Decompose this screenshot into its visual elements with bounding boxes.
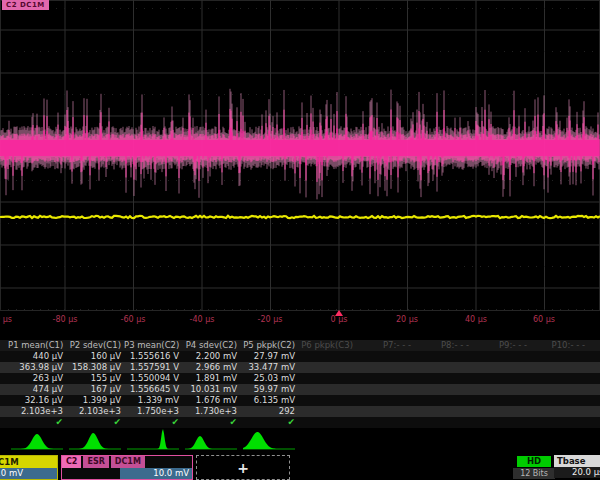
measurement-value: 167 µV — [66, 384, 124, 395]
measurement-value: 1.750e+3 — [124, 406, 182, 417]
c2-badges: C2 ESR DC1M — [62, 456, 192, 468]
c1-coupling-label: DC1M — [0, 456, 57, 468]
c2-coupling-badge: DC1M — [111, 456, 145, 468]
measurement-table: P1 mean(C1)P2 sdev(C1)P3 mean(C2)P4 sdev… — [0, 340, 600, 428]
time-tick-label: 0 µs — [331, 315, 348, 324]
time-tick-label: -100 µs — [0, 315, 12, 324]
measurement-value: 158.308 µV — [66, 362, 124, 373]
measurement-value: 1.556645 V — [124, 384, 182, 395]
histicon-plot — [0, 428, 600, 454]
c2-label-badge: C2 — [62, 456, 81, 468]
measurement-value: 6.135 mV — [240, 395, 298, 406]
measurement-value: 160 µV — [66, 351, 124, 362]
c1-scale-value: 50.0 mV — [0, 468, 57, 479]
descriptor-bar: DC1M 50.0 mV C2 ESR DC1M 10.0 mV + HD 12… — [0, 455, 600, 480]
time-tick-label: -40 µs — [190, 315, 215, 324]
waveform-plot — [0, 0, 600, 312]
measurement-value: 263 µV — [8, 373, 66, 384]
measurement-value: 1.557591 V — [124, 362, 182, 373]
resolution-bits-label: 12 Bits — [513, 468, 555, 479]
channel-c1-descriptor[interactable]: DC1M 50.0 mV — [0, 455, 58, 480]
c2-scale-value: 10.0 mV — [120, 468, 192, 479]
measurement-header[interactable]: P8:- - - — [414, 340, 472, 351]
status-check-icon: ✔ — [182, 417, 240, 428]
status-check-icon: ✔ — [8, 417, 66, 428]
measurement-value: 1.891 mV — [182, 373, 240, 384]
measurement-header[interactable]: P10:- - - — [530, 340, 588, 351]
measurement-value: 2.103e+3 — [66, 406, 124, 417]
measurement-value: 440 µV — [8, 351, 66, 362]
measurement-value: 25.03 mV — [240, 373, 298, 384]
oscilloscope-screen: C2 DC1M -100 µs-80 µs-60 µs-40 µs-20 µs0… — [0, 0, 600, 480]
measurement-value: 1.555616 V — [124, 351, 182, 362]
measurement-header[interactable]: P5 pkpk(C2) — [240, 340, 298, 351]
measurement-status-row: ✔✔✔✔✔ — [0, 417, 600, 428]
measurement-value: 1.399 µV — [66, 395, 124, 406]
time-tick-label: -60 µs — [121, 315, 146, 324]
waveform-grid[interactable]: C2 DC1M — [0, 0, 600, 312]
measurement-row-max: 474 µV167 µV1.556645 V10.031 mV59.97 mV — [0, 384, 600, 395]
time-tick-label: -20 µs — [258, 315, 283, 324]
measurement-value: 33.477 mV — [240, 362, 298, 373]
timebase-value: 20.0 µs — [554, 467, 600, 478]
measurement-value: 1.676 mV — [182, 395, 240, 406]
measurement-header[interactable]: P1 mean(C1) — [8, 340, 66, 351]
measurement-header[interactable]: P3 mean(C2) — [124, 340, 182, 351]
plus-icon: + — [237, 460, 249, 476]
measurement-value: 10.031 mV — [182, 384, 240, 395]
measurement-header[interactable]: P6 pkpk(C3) — [298, 340, 356, 351]
measurement-value: 474 µV — [8, 384, 66, 395]
measurement-value: 59.97 mV — [240, 384, 298, 395]
measurement-value: 1.339 mV — [124, 395, 182, 406]
measurement-value: 292 — [240, 406, 298, 417]
measurement-value: 2.200 mV — [182, 351, 240, 362]
measurement-header[interactable]: P9:- - - — [472, 340, 530, 351]
time-axis: -100 µs-80 µs-60 µs-40 µs-20 µs0 µs20 µs… — [0, 312, 600, 326]
measurement-value: 155 µV — [66, 373, 124, 384]
status-check-icon: ✔ — [240, 417, 298, 428]
measurement-row-mean: 363.98 µV158.308 µV1.557591 V2.966 mV33.… — [0, 362, 600, 373]
measurement-header[interactable]: P7:- - - — [356, 340, 414, 351]
measurement-value: 27.97 mV — [240, 351, 298, 362]
c2-scale-row: 10.0 mV — [62, 468, 192, 479]
time-tick-label: 40 µs — [465, 315, 487, 324]
measurement-value: 2.966 mV — [182, 362, 240, 373]
c2-esr-badge: ESR — [83, 456, 108, 468]
measurement-value: 2.103e+3 — [8, 406, 66, 417]
time-tick-label: -80 µs — [53, 315, 78, 324]
measurement-value: 32.16 µV — [8, 395, 66, 406]
histicon-row[interactable] — [0, 428, 600, 454]
measurement-row-min: 263 µV155 µV1.550094 V1.891 mV25.03 mV — [0, 373, 600, 384]
measurement-row-value: 440 µV160 µV1.555616 V2.200 mV27.97 mV — [0, 351, 600, 362]
channel-c2-descriptor[interactable]: C2 ESR DC1M 10.0 mV — [61, 455, 193, 480]
trace-descriptor-badge[interactable]: C2 DC1M — [2, 0, 49, 10]
measurement-header[interactable]: P — [588, 340, 600, 351]
measurement-value: 1.730e+3 — [182, 406, 240, 417]
measurement-row-num: 2.103e+32.103e+31.750e+31.730e+3292 — [0, 406, 600, 417]
measurement-row-sdev: 32.16 µV1.399 µV1.339 mV1.676 mV6.135 mV — [0, 395, 600, 406]
hd-mode-badge[interactable]: HD — [517, 456, 551, 467]
status-check-icon: ✔ — [124, 417, 182, 428]
timebase-descriptor[interactable]: Tbase 20.0 µs — [554, 455, 600, 480]
add-trace-button[interactable]: + — [196, 455, 290, 480]
measurement-header[interactable]: P2 sdev(C1) — [66, 340, 124, 351]
measurement-header[interactable]: P4 sdev(C2) — [182, 340, 240, 351]
measurement-header-row: P1 mean(C1)P2 sdev(C1)P3 mean(C2)P4 sdev… — [0, 340, 600, 351]
time-tick-label: 60 µs — [533, 315, 555, 324]
timebase-label: Tbase — [554, 455, 600, 467]
measurement-value: 363.98 µV — [8, 362, 66, 373]
status-check-icon: ✔ — [66, 417, 124, 428]
measurement-value: 1.550094 V — [124, 373, 182, 384]
time-tick-label: 20 µs — [396, 315, 418, 324]
